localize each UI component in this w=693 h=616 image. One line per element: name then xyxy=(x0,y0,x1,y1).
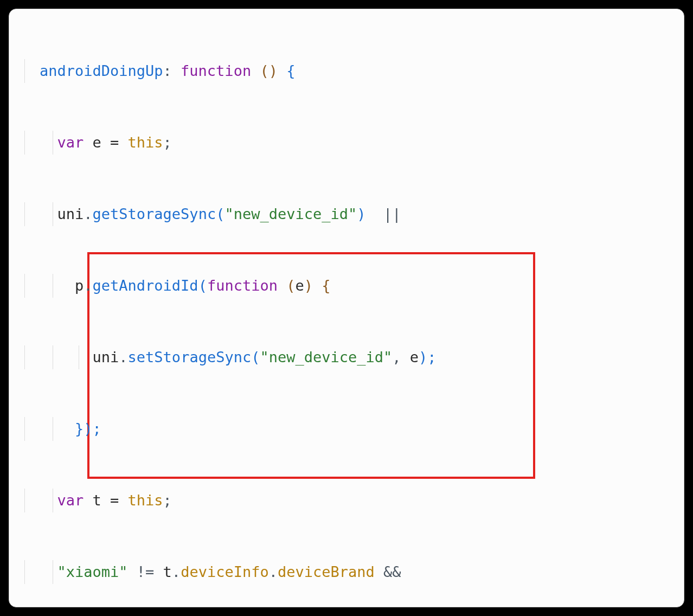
code-token: . xyxy=(84,277,92,294)
code-token: getStorageSync xyxy=(93,206,216,222)
code-token: uni xyxy=(93,349,119,365)
code-token: ); xyxy=(419,349,437,365)
code-token: "xiaomi" xyxy=(57,563,128,580)
code-token: ; xyxy=(163,492,172,509)
code-token: ) xyxy=(357,206,375,222)
code-token: { xyxy=(286,62,295,79)
code-token: e = xyxy=(93,134,128,151)
code-token: function xyxy=(207,277,286,294)
code-token: getAndroidId xyxy=(93,277,198,294)
code-line: p.getAndroidId(function (e) { xyxy=(9,274,684,298)
code-token: p xyxy=(75,277,84,294)
code-token: ) { xyxy=(304,277,331,294)
code-token: ( xyxy=(260,62,268,79)
code-token: ( xyxy=(286,277,295,294)
code-block: androidDoingUp: function () { var e = th… xyxy=(9,9,684,607)
code-token: "new_device_id" xyxy=(260,349,392,365)
code-token: uni xyxy=(57,206,84,222)
code-token: , xyxy=(392,349,410,365)
code-token: deviceInfo xyxy=(181,563,269,580)
code-line: androidDoingUp: function () { xyxy=(9,59,684,83)
code-token: }); xyxy=(75,420,101,437)
code-editor-frame: androidDoingUp: function () { var e = th… xyxy=(9,9,684,607)
code-token: ) xyxy=(269,62,287,79)
code-line: "xiaomi" != t.deviceInfo.deviceBrand && xyxy=(9,560,684,584)
code-token: ( xyxy=(251,349,260,365)
code-token: && xyxy=(375,563,401,580)
code-token: deviceBrand xyxy=(278,563,375,580)
code-token: . xyxy=(172,563,181,580)
code-token: ; xyxy=(163,134,172,151)
code-token: var xyxy=(57,134,93,151)
code-line: uni.getStorageSync("new_device_id") || xyxy=(9,202,684,226)
code-token: ( xyxy=(216,206,224,222)
code-line: }); xyxy=(9,417,684,441)
code-line: var t = this; xyxy=(9,489,684,512)
code-token: this xyxy=(128,134,163,151)
code-token: . xyxy=(84,206,92,222)
code-token: || xyxy=(375,206,401,222)
code-token: t = xyxy=(93,492,128,509)
code-token: : xyxy=(163,62,181,79)
code-line: uni.setStorageSync("new_device_id", e); xyxy=(9,345,684,369)
code-token: androidDoingUp xyxy=(40,62,163,79)
code-token: . xyxy=(269,563,278,580)
code-token: != xyxy=(128,563,163,580)
code-token: function xyxy=(181,62,260,79)
code-token: . xyxy=(119,349,127,365)
code-token: e xyxy=(410,349,419,365)
code-token: "new_device_id" xyxy=(224,206,357,222)
code-token: setStorageSync xyxy=(128,349,252,365)
code-token: t xyxy=(163,563,172,580)
code-token: this xyxy=(128,492,163,509)
code-line: var e = this; xyxy=(9,131,684,155)
code-token: e xyxy=(295,277,304,294)
code-token: ( xyxy=(198,277,207,294)
code-token: var xyxy=(57,492,93,509)
